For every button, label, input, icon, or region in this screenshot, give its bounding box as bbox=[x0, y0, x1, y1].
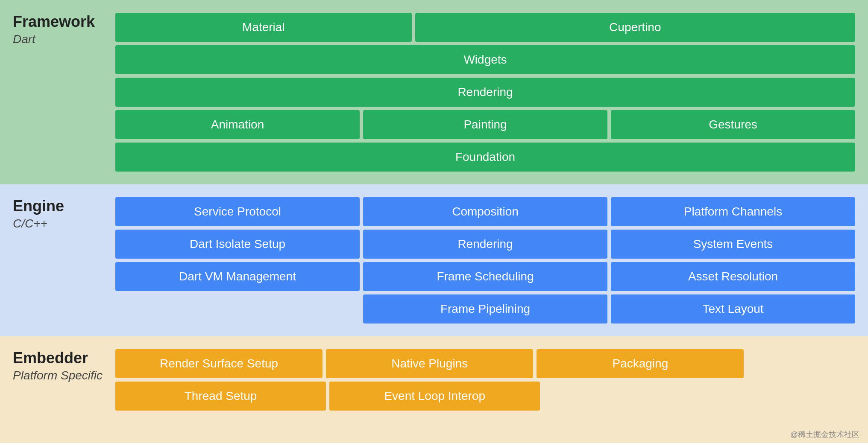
grid-row: Render Surface SetupNative PluginsPackag… bbox=[115, 349, 855, 378]
grid-cell: Thread Setup bbox=[115, 382, 326, 411]
grid-cell: Foundation bbox=[115, 143, 855, 172]
grid-cell: Composition bbox=[363, 197, 607, 226]
framework-label: Framework Dart bbox=[13, 9, 115, 46]
embedder-content: Render Surface SetupNative PluginsPackag… bbox=[115, 345, 855, 415]
framework-section: Framework Dart MaterialCupertinoWidgetsR… bbox=[0, 0, 868, 184]
embedder-label: Embedder Platform Specific bbox=[13, 345, 115, 382]
grid-cell: System Events bbox=[611, 230, 855, 259]
grid-row: Rendering bbox=[115, 78, 855, 107]
grid-cell: Rendering bbox=[115, 78, 855, 107]
engine-section: Engine C/C++ Service ProtocolComposition… bbox=[0, 184, 868, 336]
grid-row: AnimationPaintingGestures bbox=[115, 110, 855, 139]
grid-row: Dart VM ManagementFrame SchedulingAsset … bbox=[115, 262, 855, 291]
framework-title: Framework bbox=[13, 13, 107, 31]
grid-cell: Gestures bbox=[611, 110, 855, 139]
grid-row: Foundation bbox=[115, 143, 855, 172]
engine-sublabel: C/C++ bbox=[13, 217, 107, 230]
grid-cell: Asset Resolution bbox=[611, 262, 855, 291]
embedder-title: Embedder bbox=[13, 349, 107, 367]
grid-cell: Render Surface Setup bbox=[115, 349, 323, 378]
grid-cell: Packaging bbox=[537, 349, 744, 378]
embedder-sublabel: Platform Specific bbox=[13, 369, 107, 382]
engine-content: Service ProtocolCompositionPlatform Chan… bbox=[115, 193, 855, 328]
framework-sublabel: Dart bbox=[13, 32, 107, 46]
grid-cell: Rendering bbox=[363, 230, 607, 259]
grid-cell: Widgets bbox=[115, 45, 855, 74]
grid-row: Dart Isolate SetupRenderingSystem Events bbox=[115, 230, 855, 259]
grid-cell: Dart Isolate Setup bbox=[115, 230, 360, 259]
grid-cell: Service Protocol bbox=[115, 197, 360, 226]
engine-title: Engine bbox=[13, 197, 107, 215]
grid-cell: Event Loop Interop bbox=[329, 382, 540, 411]
framework-content: MaterialCupertinoWidgetsRenderingAnimati… bbox=[115, 9, 855, 176]
grid-cell: Dart VM Management bbox=[115, 262, 360, 291]
grid-cell: Animation bbox=[115, 110, 360, 139]
grid-row: Widgets bbox=[115, 45, 855, 74]
grid-row: MaterialCupertino bbox=[115, 13, 855, 42]
watermark: @稀土掘金技术社区 bbox=[790, 429, 859, 440]
grid-cell: Frame Pipelining bbox=[363, 294, 607, 324]
grid-row: Thread SetupEvent Loop Interop bbox=[115, 382, 855, 411]
grid-cell: Native Plugins bbox=[326, 349, 533, 378]
grid-row: Service ProtocolCompositionPlatform Chan… bbox=[115, 197, 855, 226]
grid-cell: Material bbox=[115, 13, 412, 42]
grid-row: Frame PipeliningText Layout bbox=[115, 294, 855, 324]
grid-cell: Text Layout bbox=[611, 294, 855, 324]
grid-cell: Platform Channels bbox=[611, 197, 855, 226]
engine-label: Engine C/C++ bbox=[13, 193, 115, 230]
grid-cell: Cupertino bbox=[415, 13, 855, 42]
embedder-section: Embedder Platform Specific Render Surfac… bbox=[0, 336, 868, 443]
grid-cell: Frame Scheduling bbox=[363, 262, 607, 291]
grid-cell: Painting bbox=[363, 110, 607, 139]
